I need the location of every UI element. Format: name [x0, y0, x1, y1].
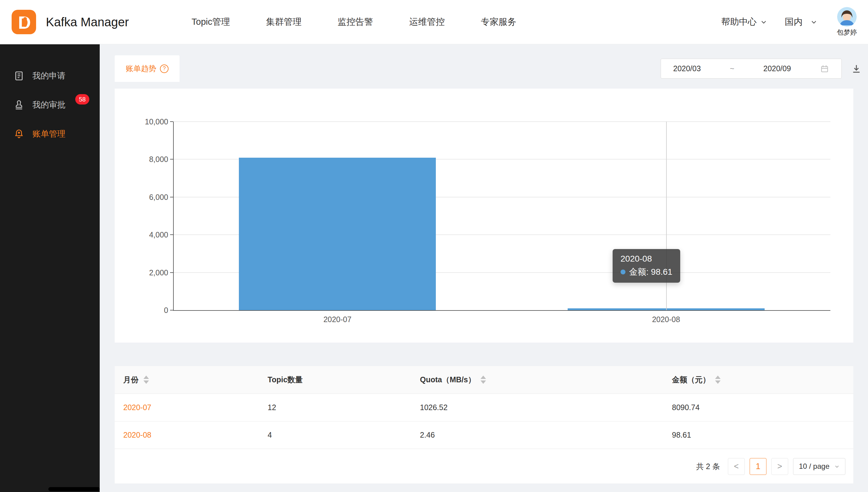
- month-link[interactable]: 2020-08: [123, 430, 151, 439]
- toolbar-row: 账单趋势 ? 2020/03 ~ 2020/09: [115, 55, 862, 82]
- nav-cluster-management[interactable]: 集群管理: [266, 16, 302, 28]
- table-row: 2020-08 4 2.46 98.61: [115, 421, 853, 449]
- help-center-label: 帮助中心: [721, 16, 757, 28]
- tooltip-text: 金额: 98.61: [629, 266, 673, 278]
- col-quota[interactable]: Quota（MB/s）: [412, 366, 663, 394]
- user-menu[interactable]: 包梦婷: [837, 7, 857, 37]
- y-axis-label: 6,000: [115, 192, 168, 202]
- col-amount[interactable]: 金额（元）: [663, 366, 853, 394]
- y-axis-tick: [170, 310, 173, 311]
- sidebar-item-my-approvals[interactable]: 我的审批 58: [0, 90, 100, 119]
- chevron-down-icon: [835, 464, 840, 469]
- app-title: Kafka Manager: [46, 15, 129, 29]
- pagination: 共 2 条 < 1 > 10 / page: [115, 458, 845, 475]
- chevron-down-icon: [760, 19, 767, 25]
- page-size-value: 10 / page: [799, 462, 829, 471]
- sidebar-item-label: 我的申请: [32, 70, 66, 81]
- chevron-down-icon: [811, 19, 817, 25]
- sidebar-item-billing-management[interactable]: 账单管理: [0, 119, 100, 148]
- tab-label: 账单趋势: [126, 64, 156, 74]
- column-label: Topic数量: [267, 375, 303, 385]
- y-axis-tick: [170, 121, 173, 122]
- prev-page-button[interactable]: <: [728, 458, 745, 475]
- y-axis-tick: [170, 235, 173, 235]
- quota-cell: 2.46: [412, 421, 663, 449]
- topics-cell: 12: [259, 394, 412, 421]
- column-label: Quota（MB/s）: [420, 375, 476, 385]
- billing-table: 月份 Topic数量 Quota（MB/s） 金额（元）: [115, 366, 853, 449]
- month-link[interactable]: 2020-07: [123, 403, 151, 412]
- y-axis-label: 0: [115, 305, 168, 315]
- approvals-count-badge: 58: [75, 94, 89, 104]
- app-header: D Kafka Manager Topic管理 集群管理 监控告警 运维管控 专…: [0, 0, 868, 44]
- download-icon[interactable]: [851, 63, 862, 74]
- x-axis-label: 2020-07: [291, 315, 383, 324]
- help-icon[interactable]: ?: [160, 65, 168, 73]
- nav-expert-service[interactable]: 专家服务: [481, 16, 516, 28]
- date-separator: ~: [730, 64, 734, 73]
- table-header-row: 月份 Topic数量 Quota（MB/s） 金额（元）: [115, 366, 853, 394]
- y-axis-label: 4,000: [115, 230, 168, 240]
- sidebar-item-my-applications[interactable]: 我的申请: [0, 61, 100, 90]
- main-nav: Topic管理 集群管理 监控告警 运维管控 专家服务: [191, 16, 516, 28]
- help-center-dropdown[interactable]: 帮助中心: [721, 16, 767, 28]
- y-axis-tick: [170, 272, 173, 273]
- tooltip-value-row: 金额: 98.61: [620, 266, 673, 278]
- stamp-icon: [14, 99, 24, 110]
- amount-cell: 98.61: [663, 421, 853, 449]
- calendar-icon: [820, 64, 829, 73]
- topics-cell: 4: [259, 421, 412, 449]
- svg-text:D: D: [18, 13, 31, 32]
- sidebar: 我的申请 我的审批 58 账单管理: [0, 44, 100, 492]
- page-size-select[interactable]: 10 / page: [793, 458, 845, 475]
- date-end[interactable]: 2020/09: [764, 64, 791, 73]
- y-axis-label: 2,000: [115, 268, 168, 277]
- x-axis-label: 2020-08: [620, 315, 712, 324]
- sidebar-item-label: 账单管理: [32, 128, 66, 139]
- y-axis-tick: [170, 159, 173, 159]
- column-label: 月份: [123, 375, 139, 385]
- date-range-picker[interactable]: 2020/03 ~ 2020/09: [661, 59, 842, 78]
- avatar: [837, 7, 857, 27]
- app-logo-icon: D: [11, 8, 38, 35]
- sort-icon[interactable]: [143, 375, 149, 384]
- nav-ops-control[interactable]: 运维管控: [409, 16, 445, 28]
- header-right: 帮助中心 国内 包梦婷: [721, 7, 857, 37]
- total-count-text: 共 2 条: [696, 462, 720, 471]
- chart-tooltip: 2020-08 金额: 98.61: [613, 249, 681, 283]
- region-label: 国内: [785, 16, 802, 28]
- series-dot-icon: [620, 270, 626, 274]
- next-page-button[interactable]: >: [771, 458, 788, 475]
- nav-monitor-alerts[interactable]: 监控告警: [338, 16, 373, 28]
- horizontal-scrollbar-thumb[interactable]: [48, 487, 100, 491]
- username: 包梦婷: [837, 28, 857, 37]
- y-axis-tick: [170, 197, 173, 197]
- y-axis-label: 10,000: [115, 117, 168, 126]
- sort-icon[interactable]: [480, 375, 486, 384]
- page-1-button[interactable]: 1: [750, 458, 767, 475]
- alarm-bell-icon: [14, 128, 24, 139]
- nav-topic-management[interactable]: Topic管理: [191, 16, 230, 28]
- bar-chart: 02,0004,0006,0008,00010,0002020-072020-0…: [115, 89, 853, 343]
- toolbar-right: 2020/03 ~ 2020/09: [661, 59, 862, 78]
- chart-card: 02,0004,0006,0008,00010,0002020-072020-0…: [115, 89, 853, 343]
- sort-icon[interactable]: [715, 375, 721, 384]
- quota-cell: 1026.52: [412, 394, 663, 421]
- table-row: 2020-07 12 1026.52 8090.74: [115, 394, 853, 421]
- col-topic-count: Topic数量: [259, 366, 412, 394]
- billing-table-card: 月份 Topic数量 Quota（MB/s） 金额（元）: [115, 366, 853, 484]
- bar-2020-07[interactable]: [239, 158, 436, 310]
- clipboard-icon: [14, 70, 24, 81]
- tooltip-title: 2020-08: [620, 254, 673, 264]
- amount-cell: 8090.74: [663, 394, 853, 421]
- date-start[interactable]: 2020/03: [673, 64, 701, 73]
- x-axis-line: [173, 310, 830, 311]
- y-axis-line: [173, 122, 174, 310]
- tab-billing-trend[interactable]: 账单趋势 ?: [115, 55, 180, 82]
- region-select[interactable]: 国内: [785, 16, 817, 28]
- chart-gridline: [173, 121, 830, 122]
- col-month[interactable]: 月份: [115, 366, 259, 394]
- y-axis-label: 8,000: [115, 154, 168, 164]
- sidebar-item-label: 我的审批: [32, 99, 66, 110]
- column-label: 金额（元）: [672, 375, 710, 385]
